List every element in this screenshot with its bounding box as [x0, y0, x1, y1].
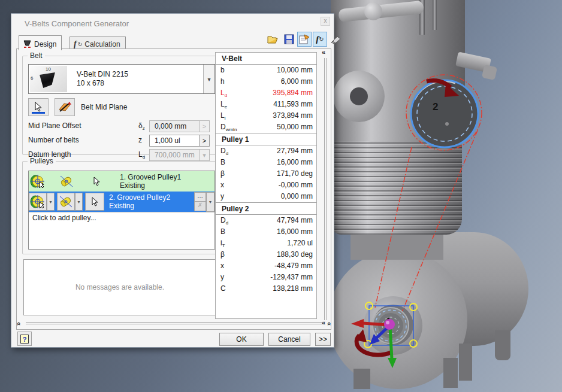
help-icon: ? — [20, 335, 29, 344]
result-value: 50,000 mm — [277, 123, 313, 132]
belt-type-combobox[interactable]: 10 6 V-Belt DIN 2215 10 x 678 ▾ — [28, 64, 215, 94]
mid-plane-offset-label: Mid Plane Offset — [28, 121, 81, 130]
results-section-header: Pulley 1 — [216, 133, 316, 145]
machine-leg — [495, 330, 510, 360]
pulley-1-text: 1. Grooved Pulley1 Existing — [120, 173, 181, 190]
collapse-up-icon[interactable]: « — [326, 322, 333, 326]
dialog-title: V-Belts Component Generator — [25, 19, 129, 28]
close-button[interactable]: x — [321, 17, 330, 26]
machine-knob — [364, 2, 382, 20]
results-section-header: Pulley 2 — [216, 202, 316, 215]
pulley-row-2[interactable]: ▾ ▾ 2. Grooved Pulley2 Existing … ✗ ▾ — [29, 192, 214, 212]
fx-arrow-icon: ↻ — [319, 36, 324, 42]
result-value: -0,000 mm — [279, 181, 313, 190]
result-row: Le411,593 mm — [216, 99, 316, 110]
belt-size: 10 x 678 — [77, 79, 128, 88]
result-value: 188,30 deg — [277, 250, 313, 260]
ok-button[interactable]: OK — [219, 333, 264, 346]
collapse-up-icon[interactable]: « — [16, 322, 23, 326]
result-symbol: iT — [220, 239, 225, 248]
cylinder-axis-icon — [58, 175, 75, 188]
result-row: x-0,000 mm — [216, 180, 316, 191]
pulley1-boss-inner — [373, 305, 413, 345]
result-symbol: β — [220, 169, 225, 179]
cancel-button[interactable]: Cancel — [268, 333, 310, 346]
pulley-row-1[interactable]: 1. Grooved Pulley1 Existing — [29, 171, 214, 192]
result-row: x-48,479 mm — [216, 260, 316, 272]
machine-stud — [433, 0, 437, 30]
result-symbol: β — [220, 250, 225, 260]
result-symbol: b — [220, 66, 225, 75]
datum-length-dropdown: ▾ — [200, 149, 210, 161]
result-symbol: y — [220, 273, 224, 282]
pulley-axis-button[interactable] — [57, 193, 75, 211]
pulley-placement-dropdown[interactable]: ▾ — [47, 193, 55, 211]
l-d-symbol: Ld — [138, 150, 145, 160]
belt-mid-plane-flip-button[interactable] — [55, 98, 75, 116]
result-row: Ld395,894 mm — [216, 87, 316, 99]
fx-arrow-icon: ↻ — [78, 41, 83, 47]
result-symbol: x — [220, 181, 224, 190]
result-row: B16,000 mm — [216, 226, 316, 238]
result-row: Dwmin50,000 mm — [216, 121, 316, 133]
message-splitter[interactable]: « « — [17, 320, 331, 327]
results-section-header: V-Belt — [216, 53, 316, 65]
pulley-more-button[interactable]: … — [194, 192, 206, 202]
result-symbol: y — [220, 192, 224, 202]
cursor-icon — [34, 102, 43, 113]
tab-design[interactable]: Design — [19, 35, 62, 50]
datum-length-field: 700,000 mm — [149, 149, 200, 161]
help-button[interactable]: ? — [17, 332, 32, 346]
expand-button[interactable]: >> — [315, 333, 331, 346]
flange-bore — [350, 87, 368, 105]
belt-combobox-chevron[interactable]: ▾ — [203, 65, 214, 93]
tab-calculation[interactable]: f↻ Calculation — [70, 37, 126, 49]
result-row: β188,30 deg — [216, 249, 316, 260]
pulley-2-text: 2. Grooved Pulley2 Existing — [109, 193, 170, 210]
machine-leg — [443, 358, 458, 388]
mid-plane-icon — [58, 101, 71, 113]
belt-select-button[interactable] — [28, 98, 49, 116]
belt-name: V-Belt DIN 2215 — [77, 70, 128, 79]
add-pulley-row[interactable]: Click to add pulley... — [29, 212, 214, 223]
pulley-select-button[interactable] — [85, 193, 104, 211]
result-symbol: C — [220, 284, 226, 294]
result-row: β171,70 deg — [216, 168, 316, 180]
pulley-axis-dropdown[interactable]: ▾ — [75, 193, 83, 211]
belt-shape — [37, 72, 58, 89]
results-splitter[interactable]: « « — [321, 48, 331, 330]
eraser-button[interactable] — [328, 32, 343, 47]
number-of-belts-field[interactable]: 1,000 ul — [149, 135, 200, 147]
belt-cross-section-thumbnail: 10 6 — [30, 66, 67, 92]
result-row: Dd27,794 mm — [216, 145, 316, 157]
result-symbol: h — [220, 77, 225, 87]
splitter-rails — [324, 58, 327, 320]
template-export-button[interactable] — [297, 32, 312, 47]
open-button[interactable] — [266, 32, 280, 47]
machine-cylinder-fins — [331, 138, 462, 235]
result-row: iT1,720 ul — [216, 238, 316, 249]
collapse-left-icon[interactable]: « — [322, 48, 325, 56]
result-value: 171,70 deg — [277, 169, 313, 179]
z-symbol: z — [138, 136, 142, 145]
cursor-icon — [87, 177, 105, 187]
result-row: Dd47,794 mm — [216, 215, 316, 226]
pulley-delete-button: ✗ — [194, 202, 206, 211]
result-value: 411,593 mm — [273, 100, 313, 110]
pulley-row-dropdown[interactable]: ▾ — [206, 192, 214, 212]
pulley-placement-button[interactable] — [29, 193, 47, 211]
result-symbol: B — [220, 227, 225, 237]
machine-leg — [459, 344, 472, 381]
tab-calculation-label: Calculation — [84, 40, 120, 48]
belt-height-dim: 6 — [31, 75, 33, 81]
results-panel: V-Beltb10,000 mmh6,000 mmLd395,894 mmLe4… — [215, 52, 317, 319]
calculate-fx-button[interactable]: f↻ — [313, 32, 327, 47]
result-symbol: Dd — [220, 147, 228, 156]
result-value: 395,894 mm — [273, 89, 313, 98]
save-button[interactable] — [282, 32, 296, 47]
machine-valve-nut — [482, 65, 497, 80]
result-symbol: Le — [220, 100, 227, 110]
result-value: 10,000 mm — [277, 66, 313, 75]
number-of-belts-expand[interactable]: > — [200, 135, 210, 147]
grooved-pulley-icon — [29, 174, 47, 189]
